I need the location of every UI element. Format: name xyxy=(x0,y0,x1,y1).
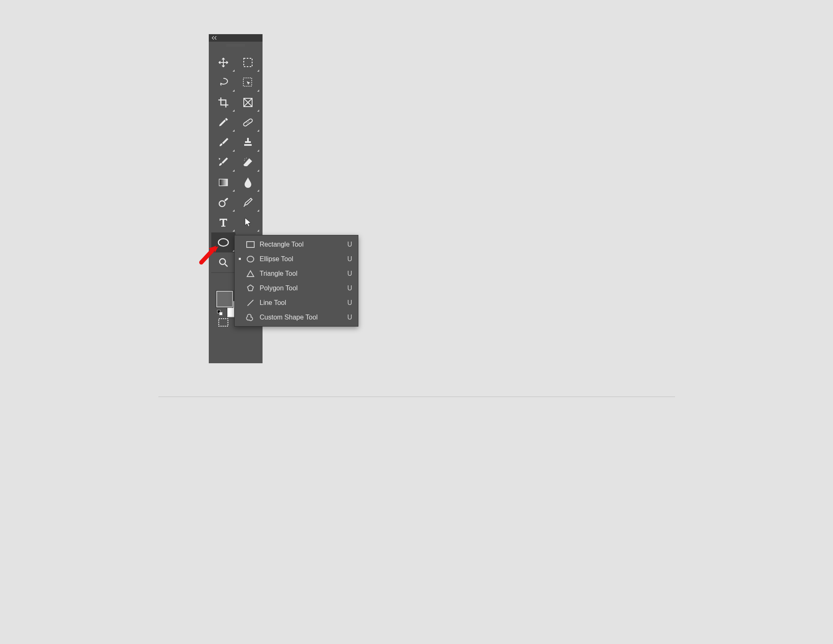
lasso-icon xyxy=(218,77,229,88)
svg-point-4 xyxy=(247,122,248,123)
path-selection-tool[interactable] xyxy=(236,212,260,232)
collapse-chevrons-icon xyxy=(211,36,218,40)
clone-stamp-tool[interactable] xyxy=(236,132,260,152)
blur-tool[interactable] xyxy=(236,172,260,192)
crop-icon xyxy=(218,97,229,108)
bandaid-icon xyxy=(242,117,254,128)
foreground-color-swatch[interactable] xyxy=(216,291,233,307)
flyout-label: Polygon Tool xyxy=(260,285,342,292)
history-brush-tool[interactable] xyxy=(211,152,235,172)
lasso-tool[interactable] xyxy=(211,72,235,92)
drop-icon xyxy=(243,177,253,188)
crop-tool[interactable] xyxy=(211,92,235,112)
shape-tool-flyout: Rectangle Tool U Ellipse Tool U Triangle… xyxy=(234,235,358,327)
triangle-icon xyxy=(245,270,255,277)
flyout-label: Rectangle Tool xyxy=(260,241,342,248)
svg-rect-3 xyxy=(243,118,253,127)
flyout-shortcut: U xyxy=(346,255,352,263)
quick-selection-tool[interactable] xyxy=(236,72,260,92)
eyedropper-icon xyxy=(218,117,229,128)
flyout-item-ellipse[interactable]: Ellipse Tool U xyxy=(235,252,358,266)
polygon-icon xyxy=(245,284,255,292)
flyout-shortcut: U xyxy=(346,285,352,292)
pen-tool[interactable] xyxy=(236,192,260,212)
svg-rect-6 xyxy=(219,179,228,186)
svg-rect-14 xyxy=(247,242,254,247)
move-icon xyxy=(218,57,229,68)
flyout-item-polygon[interactable]: Polygon Tool U xyxy=(235,281,358,295)
flyout-label: Triangle Tool xyxy=(260,270,342,277)
flyout-shortcut: U xyxy=(346,270,352,277)
arrow-cursor-icon xyxy=(243,217,253,228)
healing-brush-tool[interactable] xyxy=(236,112,260,132)
flyout-item-custom-shape[interactable]: Custom Shape Tool U xyxy=(235,310,358,324)
frame-tool[interactable] xyxy=(236,92,260,112)
ellipse-icon xyxy=(245,255,255,263)
grip-icon xyxy=(226,44,245,47)
history-brush-icon xyxy=(218,157,229,168)
flyout-item-triangle[interactable]: Triangle Tool U xyxy=(235,266,358,281)
rectangle-icon xyxy=(245,241,255,248)
flyout-shortcut: U xyxy=(346,314,352,321)
svg-point-5 xyxy=(248,122,249,122)
gradient-tool[interactable] xyxy=(211,172,235,192)
svg-point-9 xyxy=(218,239,228,246)
flyout-label: Ellipse Tool xyxy=(260,255,342,263)
marquee-icon xyxy=(243,57,253,68)
flyout-label: Custom Shape Tool xyxy=(260,314,342,321)
flyout-item-line[interactable]: Line Tool U xyxy=(235,295,358,310)
line-icon xyxy=(245,299,255,307)
flyout-shortcut: U xyxy=(346,241,352,248)
type-icon xyxy=(218,217,228,227)
flyout-item-rectangle[interactable]: Rectangle Tool U xyxy=(235,237,358,252)
svg-rect-8 xyxy=(224,197,228,201)
dodge-icon xyxy=(218,197,229,208)
zoom-icon xyxy=(218,257,229,268)
frame-icon xyxy=(243,97,253,108)
ellipse-icon xyxy=(217,237,230,247)
brush-icon xyxy=(218,137,229,148)
default-colors-icon[interactable] xyxy=(217,310,223,316)
svg-point-10 xyxy=(220,259,225,265)
gradient-icon xyxy=(218,177,229,188)
flyout-label: Line Tool xyxy=(260,299,342,307)
eraser-tool[interactable] xyxy=(236,152,260,172)
type-tool[interactable] xyxy=(211,212,235,232)
panel-collapse-bar[interactable] xyxy=(209,34,263,42)
svg-point-7 xyxy=(219,201,225,207)
eraser-icon xyxy=(242,157,254,168)
brush-tool[interactable] xyxy=(211,132,235,152)
pen-icon xyxy=(243,197,253,208)
dodge-tool[interactable] xyxy=(211,192,235,212)
active-indicator xyxy=(238,258,241,260)
custom-shape-icon xyxy=(245,313,255,322)
red-arrow-annotation xyxy=(198,244,219,265)
marquee-tool[interactable] xyxy=(236,52,260,72)
flyout-shortcut: U xyxy=(346,299,352,307)
svg-point-15 xyxy=(247,256,254,262)
quick-select-icon xyxy=(242,77,254,88)
svg-rect-0 xyxy=(244,58,252,67)
stamp-icon xyxy=(242,137,254,148)
eyedropper-tool[interactable] xyxy=(211,112,235,132)
panel-grip[interactable] xyxy=(209,42,263,49)
move-tool[interactable] xyxy=(211,52,235,72)
